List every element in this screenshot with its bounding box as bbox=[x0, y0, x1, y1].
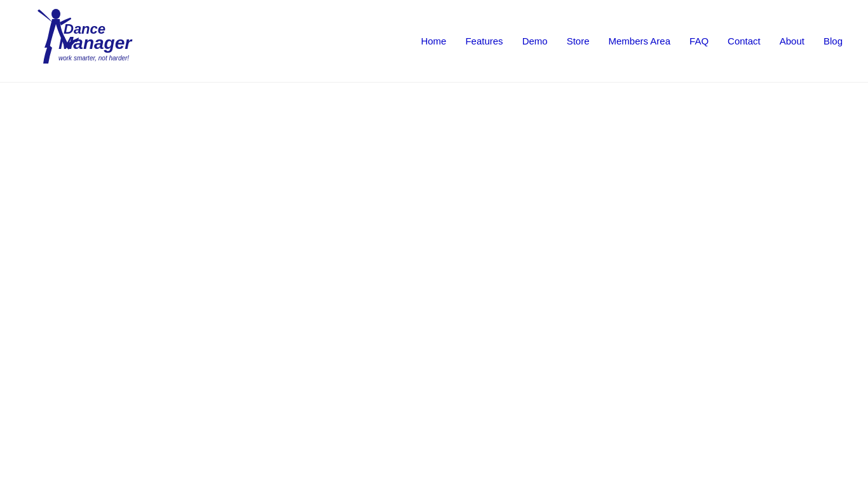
logo-image: Dance Manager work smarter, not harder! bbox=[25, 3, 153, 79]
nav-demo[interactable]: Demo bbox=[522, 36, 548, 46]
svg-text:Manager: Manager bbox=[58, 33, 133, 53]
nav-about[interactable]: About bbox=[780, 36, 804, 46]
nav-contact[interactable]: Contact bbox=[728, 36, 761, 46]
logo-area[interactable]: Dance Manager work smarter, not harder! bbox=[25, 3, 153, 79]
site-header: Dance Manager work smarter, not harder! … bbox=[0, 0, 868, 83]
svg-text:work smarter, not harder!: work smarter, not harder! bbox=[58, 55, 129, 62]
logo-graphic: Dance Manager work smarter, not harder! bbox=[25, 3, 153, 79]
nav-store[interactable]: Store bbox=[567, 36, 590, 46]
nav-blog[interactable]: Blog bbox=[824, 36, 843, 46]
nav-members-area[interactable]: Members Area bbox=[609, 36, 671, 46]
nav-home[interactable]: Home bbox=[421, 36, 446, 46]
nav-faq[interactable]: FAQ bbox=[689, 36, 709, 46]
nav-features[interactable]: Features bbox=[465, 36, 503, 46]
svg-point-0 bbox=[51, 9, 60, 19]
main-nav: Home Features Demo Store Members Area FA… bbox=[421, 36, 843, 46]
main-content bbox=[0, 83, 868, 488]
